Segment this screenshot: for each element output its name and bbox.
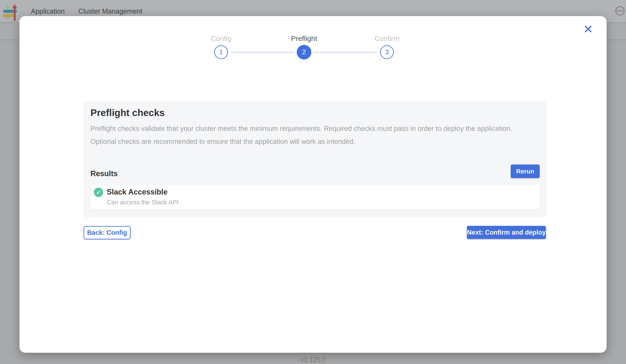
step-connector — [231, 52, 295, 53]
back-config-button[interactable]: Back: Config — [83, 226, 131, 239]
step-circle-3: 3 — [380, 45, 394, 59]
panel-description: Preflight checks validate that your clus… — [90, 122, 532, 148]
step-label-preflight: Preflight — [291, 34, 317, 43]
check-detail: Can access the Slack API — [107, 199, 179, 206]
check-pass-icon: ✓ — [94, 188, 103, 197]
x-icon — [585, 26, 592, 33]
preflight-wizard-modal: Config Preflight Confirm 1 2 3 Preflight… — [19, 16, 607, 353]
step-circle-2-active: 2 — [297, 45, 311, 60]
step-label-confirm: Confirm — [374, 34, 399, 43]
screen: Application Cluster Management v1.125.2 … — [0, 0, 626, 364]
ellipsis-dot — [619, 10, 621, 12]
ellipsis-dot — [617, 10, 618, 12]
overflow-menu-icon[interactable] — [615, 6, 625, 15]
next-confirm-deploy-button[interactable]: Next: Confirm and deploy — [467, 226, 546, 239]
preflight-check-row: ✓ Slack Accessible Can access the Slack … — [90, 185, 540, 209]
close-icon[interactable] — [583, 24, 594, 34]
panel-title: Preflight checks — [90, 107, 165, 118]
results-heading: Results — [90, 169, 118, 178]
preflight-panel: Preflight checks Preflight checks valida… — [83, 101, 547, 217]
ellipsis-dot — [622, 10, 623, 12]
version-label: v1.125.2 — [0, 356, 626, 364]
app-logo-icon — [2, 2, 17, 21]
wizard-stepper: Config Preflight Confirm 1 2 3 — [214, 31, 394, 70]
step-circle-1: 1 — [214, 45, 228, 59]
step-connector — [313, 52, 378, 53]
step-label-config: Config — [211, 34, 231, 43]
check-name: Slack Accessible — [107, 188, 168, 197]
rerun-button[interactable]: Rerun — [511, 165, 540, 178]
